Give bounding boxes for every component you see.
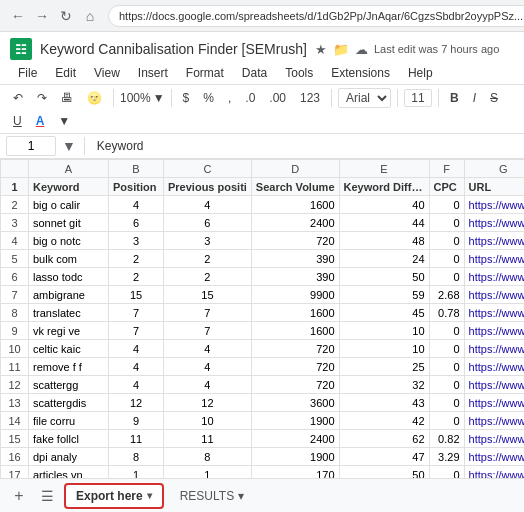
decimal-decrease-button[interactable]: .0 <box>240 89 260 107</box>
row-12-volume[interactable]: 720 <box>251 376 339 394</box>
row-14-cpc[interactable]: 0 <box>429 412 464 430</box>
row-9-num[interactable]: 9 <box>1 322 29 340</box>
row-5-difficulty[interactable]: 24 <box>339 250 429 268</box>
row-5-cpc[interactable]: 0 <box>429 250 464 268</box>
row-9-position[interactable]: 7 <box>109 322 164 340</box>
row-3-cpc[interactable]: 0 <box>429 214 464 232</box>
row-5-keyword[interactable]: bulk com <box>29 250 109 268</box>
comma-button[interactable]: , <box>223 89 236 107</box>
menu-file[interactable]: File <box>10 64 45 82</box>
row-11-position[interactable]: 4 <box>109 358 164 376</box>
row-2-cpc[interactable]: 0 <box>429 196 464 214</box>
export-tab[interactable]: Export here ▾ <box>64 483 164 509</box>
back-button[interactable]: ← <box>8 6 28 26</box>
header-prev-position[interactable]: Previous positi <box>164 178 252 196</box>
row-3-position[interactable]: 6 <box>109 214 164 232</box>
row-6-position[interactable]: 2 <box>109 268 164 286</box>
row-11-url[interactable]: https://www.ilc <box>464 358 524 376</box>
row-10-prev-pos[interactable]: 4 <box>164 340 252 358</box>
row-16-difficulty[interactable]: 47 <box>339 448 429 466</box>
row-13-keyword[interactable]: scattergdis <box>29 394 109 412</box>
row-14-url[interactable]: https://www.ilc <box>464 412 524 430</box>
row-10-position[interactable]: 4 <box>109 340 164 358</box>
row-4-url[interactable]: https://www.ilc <box>464 232 524 250</box>
row-9-difficulty[interactable]: 10 <box>339 322 429 340</box>
menu-data[interactable]: Data <box>234 64 275 82</box>
row-13-position[interactable]: 12 <box>109 394 164 412</box>
percent-button[interactable]: % <box>198 89 219 107</box>
row-7-volume[interactable]: 9900 <box>251 286 339 304</box>
row-9-prev-pos[interactable]: 7 <box>164 322 252 340</box>
cloud-icon[interactable]: ☁ <box>355 42 368 57</box>
row-13-volume[interactable]: 3600 <box>251 394 339 412</box>
row-7-keyword[interactable]: ambigrane <box>29 286 109 304</box>
row-15-prev-pos[interactable]: 11 <box>164 430 252 448</box>
row-17-keyword[interactable]: articles vn <box>29 466 109 479</box>
row-3-volume[interactable]: 2400 <box>251 214 339 232</box>
row-17-url[interactable]: https://www.ilc <box>464 466 524 479</box>
row-2-volume[interactable]: 1600 <box>251 196 339 214</box>
row-8-volume[interactable]: 1600 <box>251 304 339 322</box>
row-5-position[interactable]: 2 <box>109 250 164 268</box>
font-size-input[interactable] <box>404 89 432 107</box>
row-17-cpc[interactable]: 0 <box>429 466 464 479</box>
home-button[interactable]: ⌂ <box>80 6 100 26</box>
row-2-prev-pos[interactable]: 4 <box>164 196 252 214</box>
row-2-num[interactable]: 2 <box>1 196 29 214</box>
row-4-num[interactable]: 4 <box>1 232 29 250</box>
row-11-volume[interactable]: 720 <box>251 358 339 376</box>
row-17-prev-pos[interactable]: 1 <box>164 466 252 479</box>
row-11-keyword[interactable]: remove f f <box>29 358 109 376</box>
row-15-num[interactable]: 15 <box>1 430 29 448</box>
header-url[interactable]: URL <box>464 178 524 196</box>
row-7-difficulty[interactable]: 59 <box>339 286 429 304</box>
row-8-cpc[interactable]: 0.78 <box>429 304 464 322</box>
row-4-volume[interactable]: 720 <box>251 232 339 250</box>
row-6-difficulty[interactable]: 50 <box>339 268 429 286</box>
address-bar[interactable]: https://docs.google.com/spreadsheets/d/1… <box>108 5 524 27</box>
row-9-url[interactable]: https://www.ilc <box>464 322 524 340</box>
italic-button[interactable]: I <box>468 89 481 107</box>
row-12-keyword[interactable]: scattergg <box>29 376 109 394</box>
menu-insert[interactable]: Insert <box>130 64 176 82</box>
more-options-button[interactable]: ▼ <box>53 112 75 130</box>
dollar-button[interactable]: $ <box>178 89 195 107</box>
row-3-num[interactable]: 3 <box>1 214 29 232</box>
row-5-volume[interactable]: 390 <box>251 250 339 268</box>
row-10-url[interactable]: https://www.ilc <box>464 340 524 358</box>
row-12-difficulty[interactable]: 32 <box>339 376 429 394</box>
row-4-prev-pos[interactable]: 3 <box>164 232 252 250</box>
row-9-volume[interactable]: 1600 <box>251 322 339 340</box>
row-13-url[interactable]: https://www.ilc <box>464 394 524 412</box>
row-4-difficulty[interactable]: 48 <box>339 232 429 250</box>
row-14-prev-pos[interactable]: 10 <box>164 412 252 430</box>
row-9-cpc[interactable]: 0 <box>429 322 464 340</box>
row-7-prev-pos[interactable]: 15 <box>164 286 252 304</box>
header-keyword[interactable]: Keyword <box>29 178 109 196</box>
row-4-position[interactable]: 3 <box>109 232 164 250</box>
row-13-difficulty[interactable]: 43 <box>339 394 429 412</box>
row-14-difficulty[interactable]: 42 <box>339 412 429 430</box>
font-select[interactable]: Arial <box>338 88 391 108</box>
row-14-num[interactable]: 14 <box>1 412 29 430</box>
row-10-keyword[interactable]: celtic kaic <box>29 340 109 358</box>
forward-button[interactable]: → <box>32 6 52 26</box>
cell-reference-input[interactable] <box>6 136 56 156</box>
row-12-cpc[interactable]: 0 <box>429 376 464 394</box>
row-10-difficulty[interactable]: 10 <box>339 340 429 358</box>
row-12-url[interactable]: https://www.ilc <box>464 376 524 394</box>
print-button[interactable]: 🖶 <box>56 89 78 107</box>
row-11-num[interactable]: 11 <box>1 358 29 376</box>
row-15-keyword[interactable]: fake follcl <box>29 430 109 448</box>
row-4-keyword[interactable]: big o notc <box>29 232 109 250</box>
row-11-cpc[interactable]: 0 <box>429 358 464 376</box>
col-g-header[interactable]: G <box>464 160 524 178</box>
col-d-header[interactable]: D <box>251 160 339 178</box>
row-2-position[interactable]: 4 <box>109 196 164 214</box>
row-13-num[interactable]: 13 <box>1 394 29 412</box>
row-8-prev-pos[interactable]: 7 <box>164 304 252 322</box>
menu-help[interactable]: Help <box>400 64 441 82</box>
row-6-num[interactable]: 6 <box>1 268 29 286</box>
col-e-header[interactable]: E <box>339 160 429 178</box>
row-7-cpc[interactable]: 2.68 <box>429 286 464 304</box>
